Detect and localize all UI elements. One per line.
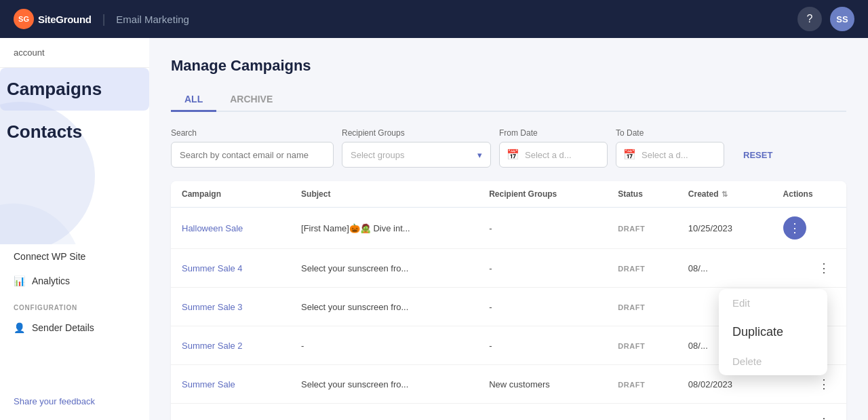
calendar-icon-to: 📅 [623, 149, 636, 161]
th-status: Status [607, 181, 677, 208]
cell-recipient-groups-0: - [478, 208, 607, 249]
sidebar: account Campaigns Contacts Connect WP Si… [0, 38, 149, 420]
cell-campaign-5: testing [171, 404, 290, 421]
cell-status-3: DRAFT [607, 326, 677, 365]
search-input[interactable] [171, 142, 334, 168]
cell-recipient-groups-2: - [478, 288, 607, 326]
from-date-placeholder: Select a d... [525, 150, 572, 160]
cell-created-0: 10/25/2023 [677, 208, 772, 249]
cell-recipient-groups-3: - [478, 326, 607, 365]
cell-status-4: DRAFT [607, 365, 677, 404]
th-subject: Subject [290, 181, 478, 208]
cell-recipient-groups-1: - [478, 249, 607, 288]
actions-button-1[interactable]: ⋮ [812, 258, 835, 278]
status-badge-2: DRAFT [618, 303, 645, 311]
context-menu-duplicate[interactable]: Duplicate [719, 317, 827, 347]
actions-button-4[interactable]: ⋮ [812, 374, 835, 394]
to-date-picker[interactable]: 📅 Select a d... [616, 142, 724, 168]
sidebar-item-analytics-label: Analytics [32, 275, 70, 286]
actions-button-5[interactable]: ⋮ [812, 413, 835, 420]
to-date-label: To Date [616, 128, 724, 138]
th-campaign: Campaign [171, 181, 290, 208]
analytics-icon: 📊 [14, 275, 25, 286]
table-row: Halloween Sale [First Name]🎃🧟 Dive int..… [171, 208, 846, 249]
campaign-link-4[interactable]: Summer Sale [182, 379, 235, 389]
header-divider: | [102, 12, 106, 26]
cell-created-1: 08/... [677, 249, 772, 288]
cell-subject-1: Select your sunscreen fro... [290, 249, 478, 288]
cell-status-2: DRAFT [607, 288, 677, 326]
cell-actions-0: ⋮ [772, 208, 846, 249]
th-recipient-groups: Recipient Groups [478, 181, 607, 208]
tab-archive[interactable]: ARCHIVE [216, 88, 286, 112]
cell-subject-3: - [290, 326, 478, 365]
sidebar-item-connect-wp-label: Connect WP Site [14, 251, 85, 262]
status-badge-4: DRAFT [618, 381, 645, 389]
cell-recipient-groups-5: - [478, 404, 607, 421]
sidebar-account: account [0, 38, 149, 68]
recipient-groups-select[interactable]: Select groups ▾ [342, 142, 491, 168]
main-content: Manage Campaigns ALL ARCHIVE Search Reci… [149, 38, 868, 420]
recipient-groups-placeholder: Select groups [351, 150, 405, 160]
tab-all[interactable]: ALL [171, 88, 216, 112]
siteground-logo-icon: SG [14, 9, 34, 29]
header-left: SG SiteGround | Email Marketing [14, 9, 189, 29]
header-app-name: Email Marketing [116, 14, 189, 25]
from-date-picker[interactable]: 📅 Select a d... [499, 142, 608, 168]
chevron-down-icon: ▾ [477, 150, 482, 160]
calendar-icon-from: 📅 [507, 149, 519, 161]
sidebar-item-analytics[interactable]: 📊 Analytics [0, 269, 149, 293]
cell-subject-4: Select your sunscreen fro... [290, 365, 478, 404]
page-title: Manage Campaigns [171, 57, 846, 75]
campaign-link-3[interactable]: Summer Sale 2 [182, 341, 243, 351]
main-layout: account Campaigns Contacts Connect WP Si… [0, 38, 868, 420]
logo: SG SiteGround [14, 9, 92, 29]
to-date-placeholder: Select a d... [642, 150, 688, 160]
table-row: Summer Sale 4 Select your sunscreen fro.… [171, 249, 846, 288]
campaign-link-2[interactable]: Summer Sale 3 [182, 302, 243, 312]
status-badge-1: DRAFT [618, 265, 645, 273]
sort-icon: ⇅ [722, 190, 728, 199]
context-menu: Edit Duplicate Delete [719, 289, 827, 375]
cell-subject-0: [First Name]🎃🧟 Dive int... [290, 208, 478, 249]
actions-button-0[interactable]: ⋮ [783, 216, 806, 240]
cell-subject-5: - [290, 404, 478, 421]
sender-icon: 👤 [14, 322, 25, 333]
reset-button[interactable]: RESET [732, 142, 783, 168]
logo-wordmark: SiteGround [38, 14, 92, 25]
sidebar-feedback-link[interactable]: Share your feedback [14, 396, 95, 406]
app-header: SG SiteGround | Email Marketing ? SS [0, 0, 868, 38]
cell-created-5: 07/27/2023 [677, 404, 772, 421]
status-badge-3: DRAFT [618, 342, 645, 350]
table-row: testing - - DRAFT 07/27/2023 ⋮ [171, 404, 846, 421]
sidebar-item-campaigns[interactable]: Campaigns [0, 68, 149, 111]
cell-campaign-0: Halloween Sale [171, 208, 290, 249]
status-badge-0: DRAFT [618, 225, 645, 233]
cell-campaign-2: Summer Sale 3 [171, 288, 290, 326]
campaign-link-1[interactable]: Summer Sale 4 [182, 263, 243, 273]
filters-bar: Search Recipient Groups Select groups ▾ … [171, 128, 846, 168]
cell-actions-1: ⋮ [772, 249, 846, 288]
user-avatar-button[interactable]: SS [830, 7, 854, 31]
cell-subject-2: Select your sunscreen fro... [290, 288, 478, 326]
from-date-filter-group: From Date 📅 Select a d... [499, 128, 608, 168]
th-created[interactable]: Created ⇅ [677, 181, 772, 208]
campaign-link-5[interactable]: testing [182, 418, 208, 421]
decorative-circle-mid [0, 204, 81, 244]
cell-status-0: DRAFT [607, 208, 677, 249]
help-button[interactable]: ? [797, 7, 822, 31]
campaign-link-0[interactable]: Halloween Sale [182, 223, 243, 233]
context-menu-delete[interactable]: Delete [719, 347, 827, 375]
from-date-label: From Date [499, 128, 608, 138]
recipient-groups-filter-group: Recipient Groups Select groups ▾ [342, 128, 491, 168]
sidebar-item-sender-details[interactable]: 👤 Sender Details [0, 316, 149, 340]
to-date-filter-group: To Date 📅 Select a d... [616, 128, 724, 168]
tabs-bar: ALL ARCHIVE [171, 88, 846, 112]
cell-actions-5: ⋮ [772, 404, 846, 421]
header-right: ? SS [797, 7, 854, 31]
sidebar-item-connect-wp[interactable]: Connect WP Site [0, 244, 149, 269]
search-filter-group: Search [171, 128, 334, 168]
context-menu-edit[interactable]: Edit [719, 289, 827, 317]
sidebar-item-contacts[interactable]: Contacts [0, 111, 149, 153]
cell-status-5: DRAFT [607, 404, 677, 421]
